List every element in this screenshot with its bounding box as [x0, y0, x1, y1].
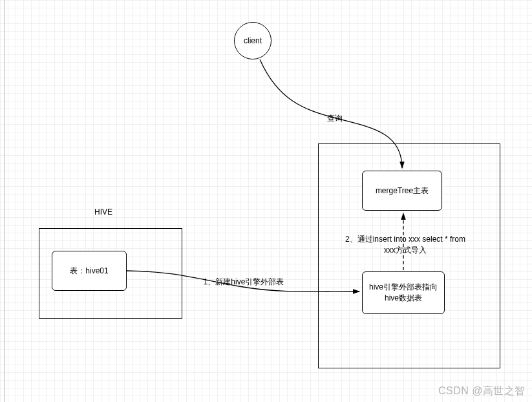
step2-edge-label: 2、通过insert into xxx select * from xxx方式导… — [344, 234, 467, 256]
mergetree-label: mergeTree主表 — [376, 185, 429, 196]
step1-edge-label: 1、新建hive引擎外部表 — [195, 277, 292, 288]
client-label: client — [244, 36, 262, 45]
hive-engine-node: hive引擎外部表指向hive数据表 — [362, 271, 445, 314]
watermark: CSDN @高世之智 — [438, 385, 526, 398]
client-node: client — [234, 22, 271, 59]
query-edge-label: 查询 — [322, 113, 348, 124]
hive-table-node: 表：hive01 — [52, 251, 127, 291]
hive-table-label: 表：hive01 — [70, 266, 108, 277]
mergetree-node: mergeTree主表 — [362, 171, 442, 211]
left-border — [4, 0, 5, 402]
hive-engine-label: hive引擎外部表指向hive数据表 — [368, 282, 439, 304]
hive-title: HIVE — [90, 207, 116, 218]
diagram-canvas: client HIVE 表：hive01 mergeTree主表 hive引擎外… — [0, 0, 532, 402]
